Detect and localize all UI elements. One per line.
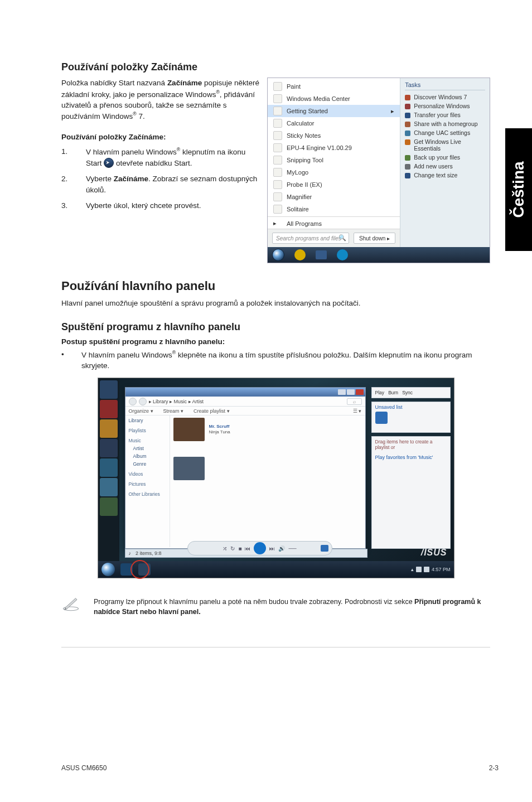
step2-b: Začínáme <box>114 175 148 183</box>
intro-post3: 7. <box>137 112 145 120</box>
list-item[interactable]: Mr. Scruff Ninja Tuna <box>173 418 362 441</box>
create-playlist-menu[interactable]: Create playlist ▾ <box>194 408 230 414</box>
step1-c: otevřete nabídku Start. <box>114 159 192 167</box>
explorer-icon[interactable] <box>316 250 327 259</box>
start-search-input[interactable]: Search programs and files🔍 <box>272 233 349 244</box>
tab-sync[interactable]: Sync <box>402 390 413 395</box>
program-icon <box>273 107 282 115</box>
dock-icon-4[interactable] <box>100 439 118 457</box>
minimize-button[interactable] <box>338 389 346 395</box>
dock-icon-2[interactable] <box>100 400 118 418</box>
all-programs-label: All Programs <box>287 220 322 227</box>
menu-item-label: Sticky Notes <box>287 132 321 139</box>
sidebar-artist[interactable]: Artist <box>129 446 166 451</box>
wmp-icon[interactable] <box>337 249 348 260</box>
start-menu-item[interactable]: Getting Started▸ <box>268 105 400 117</box>
task-item[interactable]: Change UAC settings <box>405 128 485 137</box>
tray-up-icon[interactable]: ▴ <box>411 567 414 572</box>
task-item[interactable]: Discover Windows 7 <box>405 93 485 102</box>
menu-item-label: Magnifier <box>287 194 312 200</box>
start-menu-item[interactable]: Calculator <box>268 117 400 129</box>
start-menu-item[interactable]: Solitaire <box>268 203 400 215</box>
tab-play[interactable]: Play <box>375 390 385 395</box>
close-button[interactable] <box>356 389 364 395</box>
dock-icon-6[interactable] <box>100 478 118 496</box>
ie-icon[interactable] <box>294 249 306 260</box>
all-programs-item[interactable]: ▸All Programs <box>268 218 400 229</box>
stop-icon[interactable]: ■ <box>238 545 241 552</box>
sidebar-album[interactable]: Album <box>129 453 166 459</box>
tasks-title: Tasks <box>405 81 485 90</box>
volume-tray-icon[interactable] <box>424 567 429 572</box>
sidebar-pictures[interactable]: Pictures <box>129 481 166 487</box>
forward-button-icon[interactable] <box>139 398 147 405</box>
intro-pre: Položka nabídky Start nazvaná <box>61 79 167 87</box>
task-label: Discover Windows 7 <box>414 94 467 100</box>
start-menu-item[interactable]: Snipping Tool <box>268 154 400 166</box>
start-menu-item[interactable]: Windows Media Center <box>268 93 400 105</box>
task-item[interactable]: Personalize Windows <box>405 102 485 110</box>
task-label: Change UAC settings <box>414 129 470 136</box>
stream-menu[interactable]: Stream ▾ <box>163 408 184 414</box>
step-1: V hlavním panelu Windows® klepnutím na i… <box>61 146 259 169</box>
organize-menu[interactable]: Organize ▾ <box>129 408 153 414</box>
sidebar-other[interactable]: Other Libraries <box>129 491 166 497</box>
taskbar-explorer-icon-highlighted[interactable] <box>138 563 151 576</box>
start-menu-item[interactable]: MyLogo <box>268 166 400 178</box>
back-button-icon[interactable] <box>129 398 137 405</box>
start-menu-item[interactable]: Sticky Notes <box>268 129 400 142</box>
next-icon[interactable]: ⏭ <box>269 545 275 552</box>
footer-left: ASUS CM6650 <box>61 764 107 772</box>
dock-icon-1[interactable] <box>100 380 118 399</box>
bullet-item: • V hlavním panelu Windows® klepněte na … <box>61 349 490 371</box>
task-item[interactable]: Get Windows Live Essentials <box>405 137 485 153</box>
wmp-window: ▸ Library ▸ Music ▸ Artist ⌕ Organize ▾ … <box>125 387 366 549</box>
prev-icon[interactable]: ⏮ <box>245 545 250 552</box>
sidebar-genre[interactable]: Genre <box>129 461 166 467</box>
library-search-input[interactable]: ⌕ <box>347 398 362 405</box>
volume-icon[interactable]: 🔊 <box>278 545 285 552</box>
intro-bold: Začínáme <box>167 79 202 87</box>
maximize-button[interactable] <box>347 389 355 395</box>
start-button-icon[interactable] <box>272 249 284 261</box>
start-menu-left: PaintWindows Media CenterGetting Started… <box>268 78 400 247</box>
start-menu-item[interactable]: Paint <box>268 80 400 93</box>
task-item[interactable]: Back up your files <box>405 153 485 162</box>
language-tab-label: Čeština <box>510 161 528 218</box>
play-favorites[interactable]: Play favorites from 'Music' <box>375 455 447 460</box>
task-item[interactable]: Transfer your files <box>405 110 485 119</box>
taskbar-start-icon[interactable] <box>101 563 115 576</box>
submenu-arrow-icon: ▸ <box>391 108 394 115</box>
program-icon <box>273 192 282 201</box>
system-tray: ▴ 4:57 PM <box>411 567 451 572</box>
sidebar-videos[interactable]: Videos <box>129 471 166 477</box>
sidebar-library[interactable]: Library <box>129 418 166 423</box>
menu-item-label: MyLogo <box>287 169 308 176</box>
dock-icon-5[interactable] <box>100 458 118 477</box>
album-art-icon <box>173 418 205 441</box>
shutdown-button[interactable]: Shut down▸ <box>354 233 395 244</box>
start-menu-item[interactable]: Magnifier <box>268 191 400 203</box>
switch-view-icon[interactable] <box>321 545 328 552</box>
task-item[interactable]: Share with a homegroup <box>405 119 485 128</box>
dock-icon-7[interactable] <box>100 497 118 516</box>
desktop-screenshot: ▸ Library ▸ Music ▸ Artist ⌕ Organize ▾ … <box>98 378 454 578</box>
start-menu-item[interactable]: Probe II (EX) <box>268 178 400 191</box>
drag-target[interactable]: Drag items here to create a playlist or … <box>371 436 451 549</box>
dock-icon-3[interactable] <box>100 419 118 438</box>
program-icon <box>273 131 282 140</box>
shuffle-icon[interactable]: ⤮ <box>223 545 227 552</box>
task-item[interactable]: Change text size <box>405 171 485 180</box>
repeat-icon[interactable]: ↻ <box>230 545 235 552</box>
task-item[interactable]: Add new users <box>405 162 485 171</box>
address-bar[interactable]: ▸ Library ▸ Music ▸ Artist ⌕ <box>125 397 365 407</box>
sidebar-music[interactable]: Music <box>129 438 166 443</box>
wmp-right-pane: Play Burn Sync Unsaved list Drag items h… <box>371 387 451 549</box>
play-button-icon[interactable] <box>254 542 266 554</box>
tab-burn[interactable]: Burn <box>388 390 398 395</box>
start-menu-item[interactable]: EPU-4 Engine V1.00.29 <box>268 142 400 154</box>
step2-a: Vyberte <box>86 175 114 183</box>
list-item[interactable] <box>173 457 362 480</box>
sidebar-playlists[interactable]: Playlists <box>129 428 166 433</box>
action-center-icon[interactable] <box>416 567 422 572</box>
